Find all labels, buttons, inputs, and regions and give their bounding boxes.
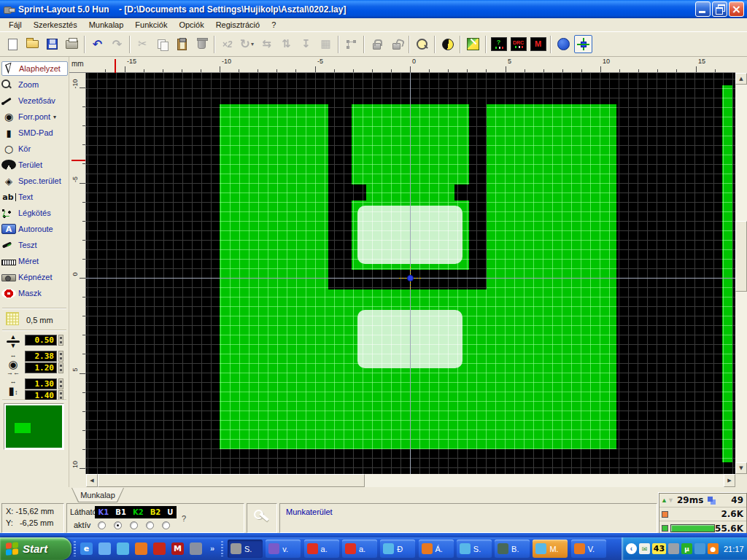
unlock-button[interactable] <box>387 35 406 53</box>
sidebar-item-k-r[interactable]: Kör <box>1 141 68 156</box>
mask-chip-button[interactable]: M <box>529 35 547 53</box>
horizontal-scroll-thumb[interactable] <box>98 474 365 487</box>
sidebar-item-alaphelyzet[interactable]: Alaphelyzet <box>1 61 68 76</box>
duplicate-x2-button[interactable]: ×2 <box>218 35 236 53</box>
menu-funkci-k[interactable]: Funkciók <box>129 19 173 31</box>
sidebar-item-l-gk-t-s[interactable]: Légkötés <box>1 206 68 220</box>
flip-button[interactable] <box>297 35 315 53</box>
taskbar-button-4-messenger[interactable]: Ð <box>380 540 415 558</box>
quicklaunch-media-app-icon[interactable]: M <box>171 542 184 555</box>
sheet-tab-label[interactable]: Munkalap <box>72 488 123 502</box>
sidebar-item-forr-pont[interactable]: Forr.pont▾ <box>1 109 68 124</box>
tray-utorrent-green-icon[interactable]: µ <box>681 543 692 554</box>
open-folder-button[interactable] <box>23 35 42 53</box>
layer-chip-k1[interactable]: K1 <box>98 508 109 516</box>
quicklaunch-firefox-icon[interactable] <box>135 542 147 555</box>
tray-mail-icon[interactable]: ✉ <box>639 543 650 554</box>
grid-size-label[interactable]: 0,5 mm <box>26 316 53 324</box>
pad-drill-spinner[interactable] <box>58 362 63 373</box>
taskbar-button-5-firefox[interactable]: Á. <box>419 540 454 558</box>
undo-button[interactable] <box>88 35 107 53</box>
menu-opci-k[interactable]: Opciók <box>173 19 209 31</box>
quicklaunch-floppy-icon[interactable] <box>190 542 202 555</box>
dropdown-caret-icon[interactable]: ▾ <box>53 114 56 120</box>
sidebar-item-k-pn-zet[interactable]: Képnézet <box>1 270 68 284</box>
taskbar-button-0-sprint-layout[interactable]: S. <box>228 540 263 558</box>
layer-chip-b1[interactable]: B1 <box>115 508 126 516</box>
smd-width-spinner[interactable] <box>58 378 63 389</box>
lock-button[interactable] <box>368 35 386 53</box>
rotate-button[interactable]: ▾ <box>238 35 256 53</box>
sidebar-item-spec-ter-let[interactable]: Spec.terület <box>1 174 68 188</box>
new-file-button[interactable] <box>4 35 22 53</box>
delete-button[interactable] <box>193 35 211 53</box>
minimize-button[interactable] <box>695 1 711 17</box>
sidebar-item-smd-pad[interactable]: SMD-Pad <box>1 125 68 140</box>
copy-button[interactable] <box>153 35 171 53</box>
mirror-vertical-button[interactable] <box>277 35 295 53</box>
layer-chip-k2[interactable]: K2 <box>133 508 144 516</box>
taskbar-button-6-messenger[interactable]: S. <box>457 540 492 558</box>
sidebar-item-maszk[interactable]: Maszk <box>1 286 68 300</box>
cut-button[interactable] <box>133 35 152 53</box>
scroll-up-button[interactable]: ▲ <box>735 73 747 85</box>
trace-style-panel[interactable] <box>247 503 277 533</box>
ratsnest-button[interactable] <box>342 35 360 53</box>
quicklaunch-overflow-chevron[interactable]: » <box>210 544 214 553</box>
vertical-scroll-thumb[interactable] <box>735 221 747 292</box>
active-layer-radio-k2[interactable] <box>130 521 138 529</box>
pad-outer-field[interactable]: 2.38 <box>25 351 57 362</box>
scroll-right-button[interactable]: ▶ <box>724 474 735 487</box>
active-layer-radio-b1[interactable] <box>114 521 122 529</box>
horizontal-scrollbar[interactable]: ◀ ▶ <box>86 474 735 487</box>
solder-check-button[interactable]: ? <box>489 35 508 53</box>
smd-width-field[interactable]: 1.30 <box>25 378 57 389</box>
sidebar-item-zoom[interactable]: Zoom <box>1 77 68 92</box>
menu-szerkeszt-s[interactable]: Szerkesztés <box>28 19 83 31</box>
taskbar-button-2-pdf[interactable]: a. <box>304 540 339 558</box>
tray-collapse-chevron[interactable]: ‹ <box>626 543 637 554</box>
track-width-field[interactable]: 0.50 <box>25 335 57 346</box>
sidebar-item-vezet-s-v[interactable]: Vezetősáv <box>1 93 68 108</box>
pad-outer-spinner[interactable] <box>58 351 63 362</box>
pcb-canvas[interactable] <box>86 73 735 474</box>
pad-drill-field[interactable]: 1.20 <box>25 362 57 373</box>
drc-button[interactable]: DRC <box>509 35 527 53</box>
menu-f-jl[interactable]: Fájl <box>3 19 28 31</box>
tray-device-icon[interactable] <box>668 543 679 554</box>
taskbar-button-8-messenger[interactable]: M. <box>533 540 568 558</box>
taskbar-button-7-app[interactable]: B. <box>495 540 530 558</box>
start-button[interactable]: Start <box>0 537 71 560</box>
dropdown-caret-icon[interactable]: ▾ <box>251 41 254 47</box>
save-button[interactable] <box>43 35 61 53</box>
sidebar-item-teszt[interactable]: Teszt <box>1 238 68 252</box>
sidebar-item-m-ret[interactable]: Méret <box>1 254 68 268</box>
layer-chip-u[interactable]: U <box>167 508 173 516</box>
active-layer-radio-u[interactable] <box>162 521 170 529</box>
sidebar-item-ter-let[interactable]: Terület <box>1 158 68 172</box>
quicklaunch-messenger-icon[interactable] <box>117 542 129 555</box>
taskbar-button-9-firefox[interactable]: V. <box>571 540 606 558</box>
sidebar-item-autoroute[interactable]: AAutoroute <box>1 222 68 236</box>
tray-badge-icon[interactable]: 43 <box>652 543 666 554</box>
photo-view-button[interactable] <box>438 35 457 53</box>
board-preview[interactable] <box>4 403 64 450</box>
scroll-left-button[interactable]: ◀ <box>86 474 98 487</box>
taskbar-button-1-winrar[interactable]: v. <box>266 540 301 558</box>
close-button[interactable] <box>729 1 744 17</box>
grid-icon[interactable] <box>6 312 19 325</box>
zoom-tool-button[interactable] <box>413 35 431 53</box>
sheet-tab[interactable]: Munkalap <box>71 488 124 502</box>
menu-regisztr-ci[interactable]: Regisztráció <box>210 19 266 31</box>
layer-chip-b2[interactable]: B2 <box>150 508 161 516</box>
layer-help-button[interactable]: ? <box>182 514 186 523</box>
tray-media-orange-icon[interactable]: ● <box>708 543 719 554</box>
scroll-down-button[interactable]: ▼ <box>735 462 747 474</box>
restore-button[interactable] <box>712 1 727 17</box>
footprint-button[interactable] <box>317 35 335 53</box>
sidebar-item-text[interactable]: abText <box>1 190 68 204</box>
info-button[interactable] <box>554 35 573 53</box>
active-layer-radio-k1[interactable] <box>98 521 106 529</box>
menu-help[interactable]: ? <box>266 19 282 31</box>
layer-visibility-box[interactable]: K1B1K2B2U <box>95 506 177 518</box>
